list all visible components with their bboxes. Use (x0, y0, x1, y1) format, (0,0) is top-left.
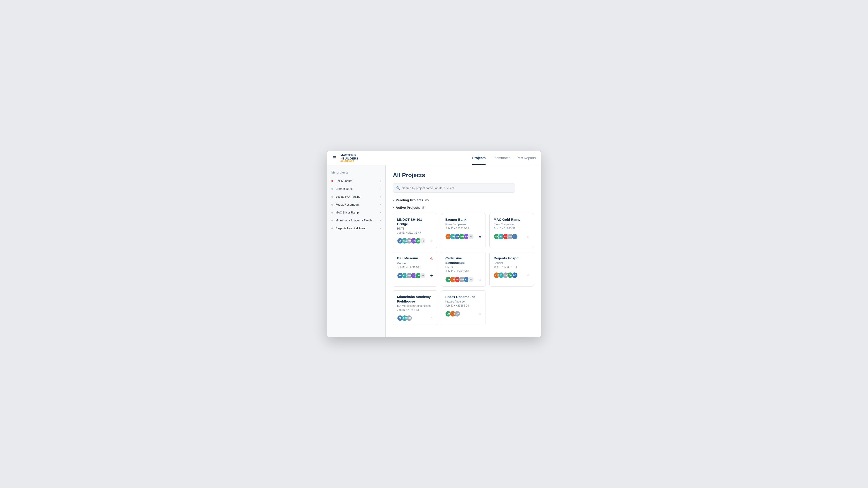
card-title: Regents Hospit... (494, 256, 530, 260)
card-client: HNTB (397, 227, 433, 230)
sidebar: My projects Bell Museum › Bremer Bank › (327, 165, 385, 337)
chevron-right-icon: › (380, 203, 381, 206)
avatar: LT (512, 234, 518, 239)
logo: MASTER® » BUILDERS SOLUTIONS (340, 154, 358, 162)
sidebar-item-label: MAC Silver Ramp (336, 211, 359, 214)
sidebar-toggle-button[interactable] (332, 156, 337, 161)
page-title: All Projects (393, 172, 534, 179)
logo-solutions-text: SOLUTIONS (340, 160, 358, 162)
sidebar-item-label: Bell Museum (336, 179, 352, 183)
collapse-icon: › (393, 198, 394, 202)
status-dot-inactive (331, 212, 333, 214)
avatar-more: +6 (420, 273, 426, 279)
main-content: All Projects 🔍 › Pending Projects (2) › … (385, 165, 541, 337)
sidebar-section-title: My projects (327, 171, 385, 177)
project-card-fedex[interactable]: Fedex Rosemount Krause Andersen Job ID •… (441, 290, 486, 325)
alert-icon: ⚠ (430, 256, 433, 261)
body-layout: My projects Bell Museum › Bremer Bank › (327, 165, 541, 337)
status-dot-inactive (331, 196, 333, 198)
project-card-regents[interactable]: Regents Hospit... Gensler Job ID • S3327… (489, 252, 534, 287)
avatar-more: +6 (420, 238, 426, 244)
card-client: Ryan Companies (494, 223, 530, 226)
status-dot-inactive (331, 188, 333, 190)
card-job-id: Job ID • 51245-91 (494, 227, 530, 230)
chevron-right-icon: › (380, 195, 381, 198)
avatar-group: DH TR MM (445, 311, 459, 317)
avatar: BD (512, 272, 518, 278)
chevron-right-icon: › (380, 219, 381, 222)
sidebar-item-label: Ecolab HQ Parking (336, 195, 361, 198)
search-input[interactable] (402, 186, 512, 190)
sidebar-item-minnehaha[interactable]: Minnehaha Academy Fieldho... › (327, 217, 385, 224)
card-title: Cedar Ave. Streetscape (445, 256, 481, 265)
active-section-header[interactable]: › Active Projects (8) (393, 205, 534, 209)
project-card-minnehaha[interactable]: Minnehaha Academy Fieldhouse MA Mortenso… (393, 290, 437, 325)
svg-rect-0 (333, 156, 336, 157)
sidebar-item-bremer-bank[interactable]: Bremer Bank › (327, 185, 385, 193)
sidebar-item-label: Regents Hospital Annex (336, 227, 367, 230)
nav-tabs: Projects Teammates Mix Reports (472, 151, 536, 165)
projects-grid: MNDOT SH-101 Bridge HNTB Job ID • M21435… (393, 213, 534, 325)
card-client: HNTB (445, 266, 481, 269)
svg-rect-1 (333, 158, 336, 158)
card-title: Bell Museum (397, 256, 430, 260)
project-card-mndot[interactable]: MNDOT SH-101 Bridge HNTB Job ID • M21435… (393, 213, 437, 248)
avatar-group: AA TR MM GS BD (494, 272, 516, 278)
project-card-cedar-ave[interactable]: Cedar Ave. Streetscape HNTB Job ID • H54… (441, 252, 486, 287)
star-button[interactable]: ☆ (478, 312, 482, 316)
card-job-id: Job ID • U84535-11 (397, 266, 433, 269)
avatar-group: AA IH AH EH RP +4 (445, 234, 474, 239)
sidebar-item-label: Bremer Bank (336, 187, 352, 191)
project-card-bell-museum[interactable]: Bell Museum ⚠ Gensler Job ID • U84535-11… (393, 252, 437, 287)
card-job-id: Job ID • B83215-13 (445, 227, 481, 230)
project-card-mac-gold[interactable]: MAC Gold Ramp Ryan Companies Job ID • 51… (489, 213, 534, 248)
star-button[interactable]: ★ (430, 273, 433, 278)
card-title: Bremer Bank (445, 217, 481, 222)
star-button[interactable]: ☆ (430, 316, 433, 320)
sidebar-item-mac-silver[interactable]: MAC Silver Ramp › (327, 208, 385, 217)
star-button[interactable]: ☆ (526, 273, 530, 277)
card-job-id: Job ID • S33278-14 (494, 265, 530, 269)
tab-mix-reports[interactable]: Mix Reports (518, 151, 536, 165)
card-client: Gensler (397, 262, 433, 265)
pending-section-header[interactable]: › Pending Projects (2) (393, 198, 534, 202)
expand-icon: › (392, 207, 395, 208)
tab-projects[interactable]: Projects (472, 151, 486, 165)
star-button[interactable]: ☆ (430, 239, 433, 243)
card-client: Ryan Companies (445, 223, 481, 226)
avatar-group: BP RC MM (397, 315, 411, 321)
pending-section-title: Pending Projects (396, 198, 423, 202)
avatar: MM (406, 315, 412, 321)
sidebar-item-regents[interactable]: Regents Hospital Annex › (327, 224, 385, 232)
card-job-id: Job ID • 21241-63 (397, 308, 433, 312)
avatar-group: BP RC MM JK DH +6 (397, 238, 426, 244)
card-title: MAC Gold Ramp (494, 217, 530, 222)
card-client: Gensler (494, 261, 530, 265)
search-bar[interactable]: 🔍 (393, 183, 515, 193)
avatar-more: +5 (468, 276, 474, 283)
card-title: MNDOT SH-101 Bridge (397, 217, 433, 226)
chevron-right-icon: › (380, 227, 381, 230)
sidebar-item-label: Fedex Rosemount (336, 203, 360, 206)
pending-count: (2) (425, 198, 429, 202)
logo-builders-text: BUILDERS (342, 157, 358, 160)
logo-arrows-icon: » (340, 157, 342, 160)
tab-teammates[interactable]: Teammates (493, 151, 510, 165)
star-button[interactable]: ★ (478, 234, 482, 238)
chevron-right-icon: › (380, 187, 381, 191)
svg-rect-2 (333, 159, 336, 159)
active-count: (8) (422, 206, 426, 209)
star-button[interactable]: ☆ (526, 234, 530, 238)
status-dot-inactive (331, 220, 333, 221)
project-card-bremer[interactable]: Bremer Bank Ryan Companies Job ID • B832… (441, 213, 486, 248)
card-client: MA Mortenson Construction (397, 304, 433, 307)
sidebar-item-fedex[interactable]: Fedex Rosemount › (327, 201, 385, 208)
search-icon: 🔍 (396, 186, 400, 190)
logo-master: MASTER® (340, 154, 358, 157)
sidebar-item-bell-museum[interactable]: Bell Museum › (327, 177, 385, 185)
card-job-id: Job ID • K83885-29 (445, 304, 481, 307)
sidebar-item-label: Minnehaha Academy Fieldho... (336, 219, 376, 222)
sidebar-item-ecolab[interactable]: Ecolab HQ Parking › (327, 193, 385, 201)
status-dot-active (331, 180, 333, 182)
star-button[interactable]: ☆ (478, 278, 482, 282)
